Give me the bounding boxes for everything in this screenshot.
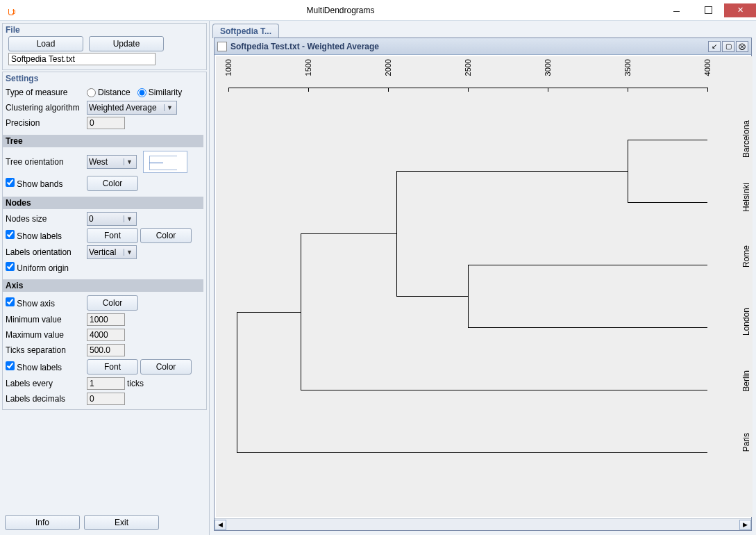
internal-frame-title: Softpedia Test.txt - Weighted Average bbox=[230, 42, 707, 51]
labels-orientation-label: Labels orientation bbox=[6, 247, 85, 257]
java-icon bbox=[6, 5, 17, 16]
settings-group-title: Settings bbox=[3, 72, 206, 85]
scroll-right-button[interactable]: ▶ bbox=[739, 520, 751, 530]
minimize-button[interactable] bbox=[660, 3, 692, 17]
file-group: File Load Update bbox=[2, 23, 207, 70]
precision-field[interactable] bbox=[87, 117, 125, 129]
ticks-suffix: ticks bbox=[127, 379, 144, 388]
max-value-field[interactable] bbox=[87, 329, 125, 341]
radio-distance[interactable]: Distance bbox=[87, 88, 131, 97]
close-frame-button[interactable]: ⨂ bbox=[736, 41, 748, 52]
document-icon bbox=[217, 42, 227, 51]
uniform-origin-checkbox[interactable]: Uniform origin bbox=[6, 262, 69, 273]
show-axis-checkbox[interactable]: Show axis bbox=[6, 297, 85, 308]
nodes-color-button[interactable]: Color bbox=[140, 228, 192, 243]
show-bands-checkbox[interactable]: Show bands bbox=[6, 178, 85, 189]
nodes-show-labels-checkbox[interactable]: Show labels bbox=[6, 230, 85, 241]
tree-header: Tree bbox=[3, 135, 203, 147]
min-value-label: Minimum value bbox=[6, 315, 85, 324]
nodes-header: Nodes bbox=[3, 197, 203, 209]
axis-color-button[interactable]: Color bbox=[87, 295, 138, 311]
horizontal-scrollbar[interactable]: ◀ ▶ bbox=[215, 518, 751, 530]
window-title: MultiDendrograms bbox=[21, 6, 660, 15]
tree-orientation-label: Tree orientation bbox=[6, 157, 85, 167]
update-button[interactable]: Update bbox=[89, 36, 164, 51]
labels-every-label: Labels every bbox=[6, 379, 85, 388]
max-value-label: Maximum value bbox=[6, 330, 85, 340]
labels-decimals-label: Labels decimals bbox=[6, 394, 85, 404]
nodes-size-select[interactable]: 0▼ bbox=[87, 212, 137, 226]
ticks-sep-label: Ticks separation bbox=[6, 345, 85, 355]
iconify-button[interactable]: ↙ bbox=[708, 41, 721, 52]
maximize-button[interactable] bbox=[692, 3, 724, 17]
clustering-select[interactable]: Weighted Average▼ bbox=[87, 101, 177, 115]
min-value-field[interactable] bbox=[87, 313, 125, 326]
precision-label: Precision bbox=[6, 118, 85, 128]
file-group-title: File bbox=[3, 24, 206, 36]
tree-bands-color-button[interactable]: Color bbox=[87, 176, 138, 191]
close-button[interactable] bbox=[724, 3, 756, 17]
chevron-down-icon: ▼ bbox=[164, 104, 175, 111]
nodes-size-label: Nodes size bbox=[6, 214, 85, 224]
axis-show-labels-checkbox[interactable]: Show labels bbox=[6, 361, 85, 372]
tabbar: Softpedia T... bbox=[210, 21, 756, 38]
chevron-down-icon: ▼ bbox=[124, 158, 135, 165]
labels-orientation-select[interactable]: Vertical▼ bbox=[87, 245, 137, 259]
measure-label: Type of measure bbox=[6, 88, 85, 97]
filename-field[interactable] bbox=[8, 53, 156, 65]
load-button[interactable]: Load bbox=[8, 36, 83, 51]
tree-preview-icon bbox=[143, 151, 187, 173]
chevron-down-icon: ▼ bbox=[124, 249, 135, 256]
internal-frame-titlebar: Softpedia Test.txt - Weighted Average ↙ … bbox=[215, 38, 751, 55]
maximize-frame-button[interactable]: ▢ bbox=[722, 41, 734, 52]
axis-header: Axis bbox=[3, 279, 203, 292]
ticks-sep-field[interactable] bbox=[87, 344, 125, 356]
labels-decimals-field[interactable] bbox=[87, 393, 125, 405]
settings-group: Settings Type of measure Distance Simila… bbox=[2, 72, 207, 410]
exit-button[interactable]: Exit bbox=[84, 515, 159, 530]
clustering-label: Clustering algorithm bbox=[6, 103, 85, 113]
tab-softpedia[interactable]: Softpedia T... bbox=[212, 24, 279, 38]
axis-labels-color-button[interactable]: Color bbox=[140, 359, 192, 374]
radio-similarity[interactable]: Similarity bbox=[137, 88, 183, 97]
chevron-down-icon: ▼ bbox=[124, 215, 135, 222]
labels-every-field[interactable] bbox=[87, 377, 125, 390]
workspace: Softpedia T... Softpedia Test.txt - Weig… bbox=[210, 21, 756, 535]
dendrogram-plot: 1000150020002500300035004000BarcelonaHel… bbox=[216, 56, 753, 517]
sidebar: File Load Update Settings Type of measur… bbox=[0, 21, 210, 535]
internal-frame: Softpedia Test.txt - Weighted Average ↙ … bbox=[214, 38, 752, 531]
scroll-left-button[interactable]: ◀ bbox=[215, 520, 226, 530]
info-button[interactable]: Info bbox=[5, 515, 80, 530]
axis-font-button[interactable]: Font bbox=[87, 359, 138, 374]
tree-orientation-select[interactable]: West▼ bbox=[87, 155, 137, 169]
titlebar: MultiDendrograms bbox=[0, 0, 756, 21]
nodes-font-button[interactable]: Font bbox=[87, 228, 138, 243]
